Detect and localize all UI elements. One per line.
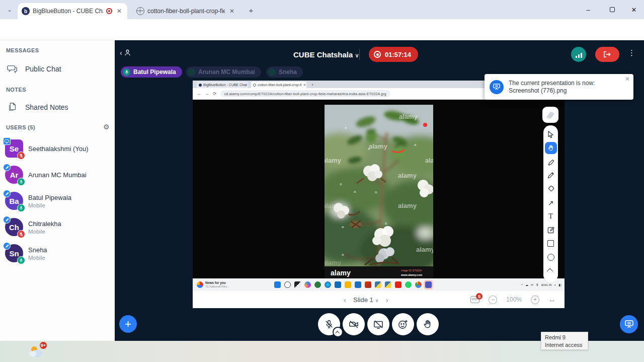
talker-pill-active[interactable]: Batul Pipewala: [121, 66, 182, 78]
audio-options-chevron[interactable]: [334, 328, 342, 336]
mic-muted-badge-icon: [17, 152, 25, 160]
talker-name: Arunan MC Mumbai: [198, 68, 255, 76]
window-restore-button[interactable]: [610, 7, 615, 12]
more-tools-chevron[interactable]: [544, 264, 557, 277]
reactions-button[interactable]: [392, 313, 414, 335]
browser-tab-bbb[interactable]: b BigBlueButton - CUBE Chats ✕: [18, 3, 127, 19]
news-badge: 9+: [39, 341, 47, 349]
cotton-plant-photo: alamy alamy a a a alamy alamy a alamy al…: [325, 105, 433, 278]
tab-close-icon[interactable]: ✕: [115, 7, 123, 15]
screen: ⌄ b BigBlueButton - CUBE Chats ✕ cotton-…: [0, 0, 644, 362]
options-menu-icon[interactable]: ⋮: [628, 48, 635, 57]
zoom-out-icon[interactable]: −: [489, 296, 497, 304]
talker-pill[interactable]: Sneha: [266, 66, 303, 78]
fit-width-icon[interactable]: ↔: [548, 296, 555, 304]
arrow-tool[interactable]: ↗: [544, 196, 557, 209]
select-tool[interactable]: [544, 127, 557, 141]
text-tool[interactable]: T: [544, 209, 557, 223]
slide-label[interactable]: Slide 1 ∨: [353, 296, 379, 304]
mic-icon: [188, 68, 195, 76]
new-tab-button[interactable]: +: [247, 6, 256, 15]
notification-toast[interactable]: The current presentation is now: Screens…: [485, 74, 633, 100]
svg-text:a: a: [342, 252, 344, 257]
svg-text:alamy: alamy: [399, 113, 418, 120]
actions-plus-button[interactable]: +: [119, 315, 137, 333]
user-row[interactable]: Ba Batul Pipewala Mobile: [0, 188, 115, 214]
tab-close-icon[interactable]: ✕: [228, 7, 236, 15]
manage-users-gear-icon[interactable]: ⚙: [103, 123, 110, 131]
inner-python-icon-2: [385, 281, 391, 288]
inner-tray: ^☁⟳🎙 ENG IN ◐◧: [521, 283, 565, 286]
header-divider: [359, 49, 360, 60]
eraser-tool[interactable]: [544, 182, 557, 196]
camera-button[interactable]: [343, 313, 365, 335]
tab-search-icon[interactable]: ⌄: [5, 5, 14, 14]
restore-presentation-button[interactable]: [620, 315, 638, 333]
pan-tool-selected[interactable]: [545, 142, 557, 154]
raise-hand-icon: [423, 319, 433, 329]
raise-hand-button[interactable]: [417, 313, 439, 335]
mic-muted-badge-icon: [17, 230, 25, 238]
tab-recording-icon: [106, 8, 112, 14]
user-name: Batul Pipewala: [28, 194, 71, 201]
sidebar-item-public-chat[interactable]: Public Chat: [0, 59, 115, 79]
highlighter-tool[interactable]: [544, 155, 557, 169]
poll-icon[interactable]: 5: [470, 296, 479, 303]
record-icon: [374, 51, 381, 58]
user-row[interactable]: Ar Arunan MC Mumbai: [0, 162, 115, 188]
alamy-logo: alamy: [331, 269, 351, 277]
connection-status-button[interactable]: [571, 47, 586, 62]
window-minimize-button[interactable]: –: [585, 7, 591, 13]
browser-toolbar: ← → ⟳ webinar.chatshala.in/html5client/?…: [0, 19, 644, 40]
screenshare-button[interactable]: [367, 313, 389, 335]
weather-widget[interactable]: 9+: [28, 345, 44, 360]
user-row[interactable]: Sn Sneha Mobile: [0, 240, 115, 266]
toolbar-overflow-dots[interactable]: :: [549, 286, 551, 292]
multi-user-whiteboard-button[interactable]: [542, 107, 558, 123]
browser-tab-cotton[interactable]: cotton-fiber-boll-plant-crop-fie ✕: [132, 3, 240, 19]
leave-meeting-button[interactable]: [595, 47, 619, 62]
screenshare-off-icon: [373, 319, 384, 329]
zoom-level[interactable]: 100%: [506, 296, 522, 303]
sidebar-item-shared-notes[interactable]: Shared Notes: [0, 98, 115, 117]
zoom-in-icon[interactable]: +: [531, 296, 539, 304]
pencil-tool[interactable]: [544, 169, 557, 182]
talker-pill[interactable]: Arunan MC Mumbai: [186, 66, 261, 78]
ellipse-tool[interactable]: [544, 250, 557, 264]
inner-tab-active: cotton-fiber-boll-plant-crop-fi ✕: [251, 82, 306, 88]
user-row[interactable]: Ch Chitralekha Mobile: [0, 214, 115, 240]
svg-text:a: a: [345, 125, 347, 130]
rectangle-tool[interactable]: [544, 237, 557, 250]
presentation-slide[interactable]: BigBlueButton - CUBE Chat ✕ cotton-fiber…: [193, 81, 565, 291]
svg-text:alamy: alamy: [325, 157, 342, 164]
previous-slide-icon[interactable]: ‹: [344, 296, 346, 304]
whiteboard-badge-icon: [3, 216, 11, 224]
camera-off-icon: [348, 319, 359, 329]
next-slide-icon[interactable]: ›: [386, 296, 388, 304]
avatar: Sn: [5, 244, 23, 262]
whiteboard-badge-icon: [3, 164, 11, 171]
toast-close-icon[interactable]: ✕: [625, 76, 630, 83]
bbb-sidebar: MESSAGES Public Chat NOTES Shared Notes …: [0, 40, 115, 341]
user-row[interactable]: Se Seethalakshmi (You): [0, 135, 115, 162]
recording-indicator[interactable]: 01:57:14: [369, 47, 418, 62]
inner-taskview-icon: [294, 281, 301, 288]
svg-text:Image ID: ET022A: Image ID: ET022A: [401, 269, 422, 272]
inner-taskbar: News for you71 National Film... ^☁⟳🎙 ENG…: [193, 278, 565, 291]
svg-text:alamy: alamy: [416, 246, 433, 253]
avatar: Ba: [5, 192, 23, 210]
meeting-title[interactable]: CUBE Chatshala ∨: [293, 50, 359, 59]
sticky-note-tool[interactable]: [544, 223, 557, 237]
notes-header: NOTES: [6, 87, 26, 93]
mute-button[interactable]: [318, 313, 340, 335]
svg-text:alamy: alamy: [398, 202, 417, 209]
hand-icon: [547, 144, 554, 152]
inner-search-icon: [284, 281, 291, 288]
inner-edge-icon: [325, 281, 331, 288]
toggle-userlist-button[interactable]: ‹: [120, 48, 132, 57]
sidebar-item-label: Public Chat: [25, 65, 61, 73]
window-close-button[interactable]: ✕: [631, 7, 637, 13]
leave-icon: [603, 51, 611, 58]
presentation-controls: ‹ Slide 1 ∨ › 5 − 100% + ↔: [193, 291, 565, 308]
mic-icon: [268, 68, 276, 76]
